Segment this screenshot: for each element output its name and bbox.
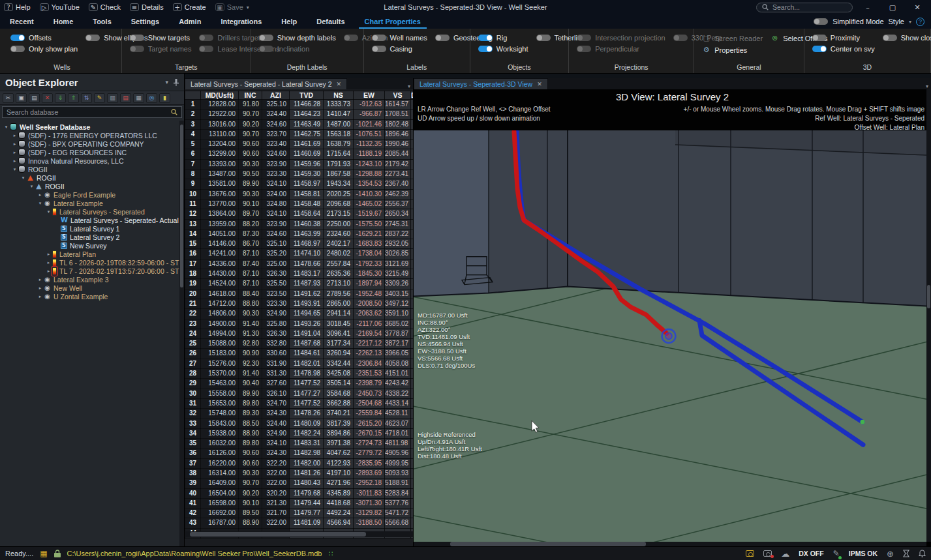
tree-expander-icon[interactable]: ▾ <box>20 175 27 181</box>
cell[interactable]: 3872.17 <box>385 339 411 349</box>
toggle-pill-show-closest-app[interactable] <box>883 35 897 41</box>
cell[interactable]: -3071.30 <box>354 498 385 508</box>
cell[interactable]: 2837.22 <box>385 229 411 239</box>
toggle-properties[interactable]: ⚙Properties <box>702 46 763 54</box>
cell[interactable]: 324.60 <box>262 119 290 129</box>
cell[interactable]: 5471.72 <box>385 508 411 518</box>
tree-item-u-zontal-example[interactable]: ▸◉U Zontal Example <box>0 292 179 301</box>
cell[interactable]: 324.30 <box>262 449 290 458</box>
tree-item-rogii[interactable]: ▾ROGII <box>0 165 179 173</box>
cell[interactable]: 90.10 <box>239 199 262 209</box>
cell[interactable]: 3817.39 <box>324 419 354 428</box>
cell[interactable]: 1943.34 <box>324 179 354 189</box>
cell[interactable]: 2367.40 <box>385 179 411 189</box>
cell[interactable]: 323.70 <box>262 129 290 139</box>
cell[interactable]: 5377.76 <box>385 498 411 508</box>
cell[interactable]: 2462.39 <box>385 189 411 199</box>
cell[interactable]: 13299.00 <box>201 149 239 159</box>
cell[interactable]: 324.90 <box>262 428 290 438</box>
tree-item-well-seeker-database[interactable]: ▾Well Seeker Database <box>0 123 179 131</box>
cell[interactable]: 324.00 <box>262 189 290 199</box>
cell[interactable]: 87.40 <box>239 259 262 269</box>
cell[interactable]: -1845.30 <box>354 269 385 279</box>
cell[interactable]: 90.70 <box>239 479 262 488</box>
hourglass-icon[interactable] <box>903 550 909 557</box>
tree-item-new-well[interactable]: ▸◉New Well <box>0 284 179 292</box>
cell[interactable]: -2063.62 <box>354 309 385 319</box>
cell[interactable]: 4418.68 <box>324 498 354 508</box>
cut-icon[interactable]: ✂ <box>3 93 14 103</box>
cell[interactable]: 2179.42 <box>385 159 411 169</box>
cell[interactable]: 2085.44 <box>385 149 411 159</box>
quick-details-button[interactable]: ≡Details <box>130 3 164 11</box>
cell[interactable]: 3026.85 <box>385 249 411 259</box>
tree-expander-icon[interactable]: ▸ <box>45 260 52 265</box>
cell[interactable]: 90.70 <box>239 110 262 119</box>
cell[interactable]: 11484.61 <box>290 349 324 359</box>
toggle-pill-show-targets[interactable] <box>130 35 144 41</box>
toggle-perpendicular[interactable]: Perpendicular <box>577 45 665 53</box>
cell[interactable]: -1519.67 <box>354 209 385 219</box>
cell[interactable]: 15463.00 <box>201 379 239 389</box>
cell[interactable]: 2173.15 <box>324 209 354 219</box>
cell[interactable]: 89.80 <box>239 398 262 408</box>
table-row[interactable]: 4016504.0090.20320.2011479.684345.89-301… <box>185 488 414 498</box>
table-row[interactable]: 313016.0090.20324.6011463.491487.00-1021… <box>185 119 414 129</box>
cell[interactable]: 13959.00 <box>201 219 239 229</box>
cell[interactable]: 15088.00 <box>201 339 239 349</box>
tree-expander-icon[interactable]: ▾ <box>45 209 52 214</box>
cell[interactable]: 16598.00 <box>201 498 239 508</box>
table-row[interactable]: 2314900.0091.40325.8011493.263018.45-211… <box>185 319 414 329</box>
cell[interactable]: 3260.94 <box>324 349 354 359</box>
toggle-show-depth-labels[interactable]: Show depth labels <box>259 34 336 42</box>
cell[interactable]: -1683.83 <box>354 239 385 249</box>
cell[interactable]: 324.60 <box>262 229 290 239</box>
cell[interactable]: 92.30 <box>239 359 262 368</box>
cell[interactable]: 11466.28 <box>290 100 324 110</box>
cell[interactable]: 3177.34 <box>324 339 354 349</box>
cell[interactable]: -966.87 <box>354 110 385 119</box>
cell[interactable]: 11458.81 <box>290 189 324 199</box>
cell[interactable]: 4345.89 <box>324 488 354 498</box>
cell[interactable]: 324.80 <box>262 199 290 209</box>
copy-icon[interactable]: ▣ <box>16 93 27 103</box>
bell-icon[interactable] <box>919 550 926 557</box>
toggle-only-show-plan[interactable]: Only show plan <box>10 45 78 53</box>
tree-expander-icon[interactable]: ▾ <box>37 201 44 206</box>
cell[interactable]: 11479.44 <box>290 498 324 508</box>
close-button[interactable]: ✕ <box>908 3 927 12</box>
cell[interactable]: 324.90 <box>262 309 290 319</box>
cell[interactable]: 11468.97 <box>290 239 324 249</box>
cell[interactable]: 4151.01 <box>385 369 411 379</box>
table-row[interactable]: 1013676.0090.30324.0011458.812020.25-141… <box>185 189 414 199</box>
cell[interactable]: 3425.08 <box>324 369 354 379</box>
cell[interactable]: 11478.26 <box>290 409 324 419</box>
toggle-offsets[interactable]: Offsets <box>10 34 78 42</box>
toggle-pill-azimuth[interactable] <box>344 35 358 41</box>
cell[interactable]: 323.90 <box>262 219 290 229</box>
toggle-pill-drillers-targets[interactable] <box>199 35 213 41</box>
cell[interactable]: 1410.47 <box>324 110 354 119</box>
toggle-target-names[interactable]: Target names <box>130 45 192 53</box>
cell[interactable]: 89.30 <box>239 409 262 419</box>
table-row[interactable]: 3215748.0089.30324.3011478.263740.21-255… <box>185 409 414 419</box>
cell[interactable]: 90.70 <box>239 129 262 139</box>
cell[interactable]: 2650.34 <box>385 209 411 219</box>
cell[interactable]: 4566.94 <box>324 518 354 528</box>
cell[interactable]: 11464.23 <box>290 110 324 119</box>
tree-item-innova-natural-resources-llc[interactable]: ▸Innova Natural Resources, LLC <box>0 156 179 165</box>
table-row[interactable]: 3115653.0089.80324.7011477.523662.88-250… <box>185 398 414 408</box>
cell[interactable]: 88.90 <box>239 518 262 528</box>
table-row[interactable]: 1614241.0087.10325.2011474.102480.02-173… <box>185 249 414 259</box>
cell[interactable]: 13487.00 <box>201 169 239 179</box>
cell[interactable]: 14336.00 <box>201 259 239 269</box>
cell[interactable]: 2273.41 <box>385 169 411 179</box>
tree-expander-icon[interactable]: ▸ <box>45 269 52 274</box>
close-icon[interactable]: ✕ <box>337 81 342 87</box>
cell[interactable]: 11483.31 <box>290 439 324 449</box>
import-db-icon[interactable]: ⇓ <box>55 93 66 103</box>
cell[interactable]: 2020.25 <box>324 189 354 199</box>
view3d-hscrollbar[interactable] <box>414 542 926 546</box>
tree-item-lateral-plan[interactable]: ▸Lateral Plan <box>0 250 179 258</box>
cell[interactable]: 15653.00 <box>201 398 239 408</box>
